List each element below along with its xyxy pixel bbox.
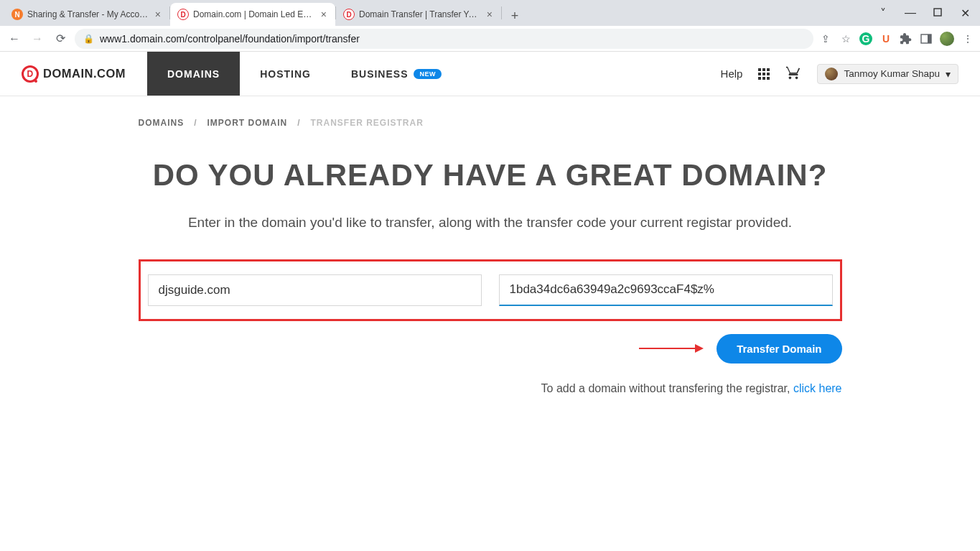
tab-strip: N Sharing & Transfer - My Account × D Do… xyxy=(0,0,980,26)
annotation-arrow-icon xyxy=(638,342,704,355)
maximize-icon[interactable] xyxy=(927,6,948,19)
favicon-icon: D xyxy=(343,9,355,20)
tab-title: Domain.com | Domain Led Exper xyxy=(193,9,315,19)
close-icon[interactable]: × xyxy=(154,9,162,20)
svg-marker-4 xyxy=(695,344,704,353)
tab-title: Sharing & Transfer - My Account xyxy=(27,9,149,19)
nav-domains[interactable]: DOMAINS xyxy=(147,52,240,96)
browser-tab-1[interactable]: D Domain.com | Domain Led Exper × xyxy=(170,3,335,26)
close-window-icon[interactable]: ✕ xyxy=(954,6,976,20)
favicon-icon: D xyxy=(177,9,189,20)
window-controls: ˅ — ✕ xyxy=(872,0,980,26)
url-text: www1.domain.com/controlpanel/foundation/… xyxy=(100,33,360,45)
page-subhead: Enter in the domain you'd like to transf… xyxy=(139,212,842,233)
lock-icon: 🔒 xyxy=(83,34,94,44)
cart-icon[interactable] xyxy=(785,65,801,83)
new-badge: NEW xyxy=(414,69,442,79)
site-header: D DOMAIN.COM DOMAINS HOSTING BUSINESS NE… xyxy=(0,52,980,96)
user-avatar-icon xyxy=(825,68,838,80)
logo-mark-icon: D xyxy=(22,65,39,83)
helper-text: To add a domain without transfering the … xyxy=(139,382,842,395)
back-icon[interactable]: ← xyxy=(6,32,23,45)
breadcrumb: DOMAINS / IMPORT DOMAIN / TRANSFER REGIS… xyxy=(139,118,842,128)
apps-grid-icon[interactable] xyxy=(758,68,770,80)
close-icon[interactable]: × xyxy=(485,9,494,20)
main-nav: DOMAINS HOSTING BUSINESS NEW xyxy=(147,52,462,96)
user-menu[interactable]: Tanmoy Kumar Shapu ▾ xyxy=(817,64,958,84)
minimize-icon[interactable]: — xyxy=(900,6,921,19)
close-icon[interactable]: × xyxy=(319,9,328,20)
logo-text: DOMAIN.COM xyxy=(43,67,126,80)
transfer-form-highlight xyxy=(139,259,842,321)
svg-rect-2 xyxy=(928,34,931,43)
click-here-link[interactable]: click here xyxy=(793,382,842,394)
address-bar[interactable]: 🔒 www1.domain.com/controlpanel/foundatio… xyxy=(75,29,813,49)
help-link[interactable]: Help xyxy=(721,68,743,80)
browser-toolbar: ← → ⟳ 🔒 www1.domain.com/controlpanel/fou… xyxy=(0,26,980,52)
forward-icon: → xyxy=(29,32,46,45)
chevron-down-icon: ▾ xyxy=(946,68,951,80)
breadcrumb-current: TRANSFER REGISTRAR xyxy=(311,118,424,128)
favicon-icon: N xyxy=(11,9,23,20)
share-icon[interactable]: ⇪ xyxy=(819,32,832,45)
nav-hosting[interactable]: HOSTING xyxy=(240,52,331,96)
kebab-menu-icon[interactable]: ⋮ xyxy=(961,32,974,45)
site-logo[interactable]: D DOMAIN.COM xyxy=(22,52,126,96)
domain-input[interactable] xyxy=(148,274,482,306)
transfer-domain-button[interactable]: Transfer Domain xyxy=(717,334,841,364)
extension-grammarly-icon[interactable]: G xyxy=(859,32,872,45)
user-name: Tanmoy Kumar Shapu xyxy=(844,68,940,79)
nav-business[interactable]: BUSINESS NEW xyxy=(331,52,462,96)
breadcrumb-item[interactable]: DOMAINS xyxy=(139,118,185,128)
chevron-down-icon[interactable]: ˅ xyxy=(872,6,894,20)
svg-rect-0 xyxy=(934,9,941,16)
browser-chrome: N Sharing & Transfer - My Account × D Do… xyxy=(0,0,980,52)
browser-tab-0[interactable]: N Sharing & Transfer - My Account × xyxy=(4,3,169,26)
star-icon[interactable]: ☆ xyxy=(839,32,852,45)
profile-avatar-icon[interactable] xyxy=(940,32,954,46)
page-title: DO YOU ALREADY HAVE A GREAT DOMAIN? xyxy=(139,157,842,195)
transfer-code-input[interactable] xyxy=(499,274,833,306)
tab-title: Domain Transfer | Transfer Your D xyxy=(359,9,481,19)
new-tab-button[interactable]: + xyxy=(505,6,525,26)
reload-icon[interactable]: ⟳ xyxy=(52,32,69,45)
breadcrumb-item[interactable]: IMPORT DOMAIN xyxy=(207,118,288,128)
browser-tab-2[interactable]: D Domain Transfer | Transfer Your D × xyxy=(336,3,501,26)
extension-ublock-icon[interactable]: U xyxy=(879,32,892,45)
side-panel-icon[interactable] xyxy=(920,32,933,45)
extensions-icon[interactable] xyxy=(900,32,913,45)
